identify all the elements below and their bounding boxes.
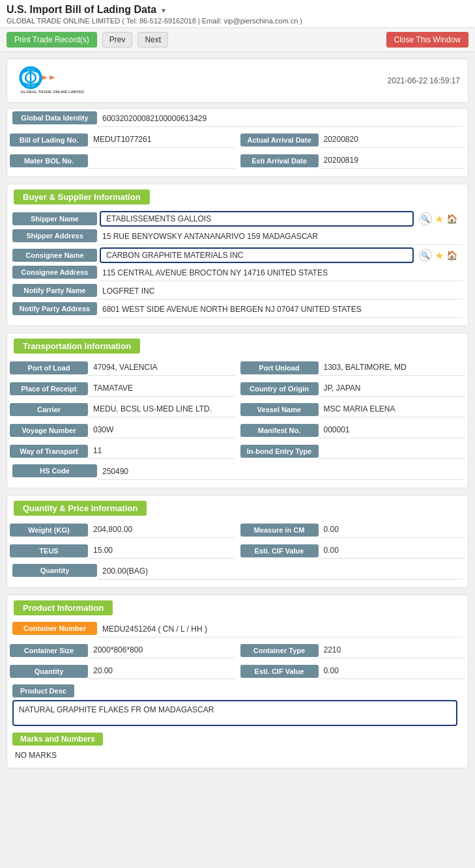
country-of-origin-col: Country of Origin JP, JAPAN: [240, 381, 466, 397]
marks-section: Marks and Numbers NO MARKS: [7, 729, 468, 763]
consignee-name-label: Consignee Name: [12, 249, 97, 262]
place-of-receipt-col: Place of Receipt TAMATAVE: [10, 381, 235, 397]
esti-cif-value: 0.00: [319, 543, 466, 559]
consignee-address-row: Consignee Address 115 CENTRAL AVENUE BRO…: [12, 266, 463, 281]
consignee-address-value: 115 CENTRAL AVENUE BROCTON NY 14716 UNIT…: [97, 266, 463, 281]
buyer-supplier-header: Buyer & Supplier Information: [14, 189, 150, 204]
voyage-number-col: Voyage Number 030W: [10, 423, 235, 438]
place-of-receipt-value: TAMATAVE: [88, 381, 235, 397]
close-button[interactable]: Close This Window: [386, 32, 468, 48]
manifest-no-label: Manifest No.: [240, 424, 319, 437]
quantity-price-card: Quantity & Price Information Weight (KG)…: [7, 495, 468, 588]
product-card: Product Information Container Number MED…: [7, 595, 468, 768]
hs-code-label: HS Code: [12, 464, 97, 477]
identity-card: Global Data Identity 6003202000821000006…: [7, 108, 468, 177]
consignee-action-icons: 🔍 ★ 🏠: [419, 249, 463, 262]
container-size-value: 2000*806*800: [88, 643, 235, 658]
page-title: U.S. Import Bill of Lading Data: [7, 4, 156, 16]
hs-code-value: 250490: [97, 464, 463, 480]
manifest-no-value: 000001: [319, 423, 466, 438]
port-of-load-value: 47094, VALENCIA: [88, 360, 235, 376]
shipper-home-icon[interactable]: 🏠: [446, 214, 457, 224]
mater-bol-value: [88, 153, 235, 169]
actual-arrival-col: Actual Arrival Date 20200820: [240, 132, 466, 148]
notify-party-name-row: Notify Party Name LOGFRET INC: [12, 284, 463, 300]
mater-bol-label: Mater BOL No.: [10, 154, 88, 167]
product-desc-label: Product Desc: [12, 684, 74, 697]
shipper-star-icon[interactable]: ★: [435, 213, 444, 225]
main-content: GLOBAL TRADE ONLINE LIMITED 2021-06-22 1…: [0, 52, 475, 781]
notify-party-name-label: Notify Party Name: [12, 284, 97, 297]
carrier-vessel-row: Carrier MEDU, BCSL US-MED LINE LTD. Vess…: [7, 399, 468, 420]
shipper-address-row: Shipper Address 15 RUE BENYOWSKY ANTANAN…: [12, 229, 463, 245]
product-quantity-value: 20.00: [88, 664, 235, 679]
notify-party-address-row: Notify Party Address 6801 WEST SIDE AVEN…: [12, 302, 463, 318]
product-desc-section: Product Desc NATURAL GRAPHITE FLAKES FR …: [12, 684, 463, 726]
quantity-value: 200.00(BAG): [97, 564, 463, 580]
quantity-label: Quantity: [12, 564, 97, 577]
voyage-manifest-row: Voyage Number 030W Manifest No. 000001: [7, 420, 468, 441]
hs-code-row: HS Code 250490: [12, 464, 463, 480]
prev-button[interactable]: Prev: [102, 32, 133, 48]
next-button[interactable]: Next: [137, 32, 168, 48]
notify-party-address-value: 6801 WEST SIDE AVENUE NORTH BERGEN NJ 07…: [97, 302, 463, 318]
title-dropdown-icon[interactable]: ▾: [162, 6, 166, 15]
container-size-type-row: Container Size 2000*806*800 Container Ty…: [7, 640, 468, 661]
way-of-transport-value: 11: [88, 443, 235, 459]
consignee-home-icon[interactable]: 🏠: [446, 250, 457, 260]
bol-arrival-row: Bill of Lading No. MEDUT1077261 Actual A…: [7, 130, 468, 150]
in-bond-entry-label: In-bond Entry Type: [240, 445, 319, 458]
global-data-identity-value: 600320200082100000613429: [97, 111, 463, 127]
esti-arrival-value: 20200819: [319, 153, 466, 169]
global-data-identity-label: Global Data Identity: [12, 111, 97, 124]
carrier-label: Carrier: [10, 403, 88, 416]
consignee-name-row: Consignee Name CARBON GRAPHITE MATERIALS…: [12, 247, 463, 263]
teus-col: TEUS 15.00: [10, 543, 235, 559]
transport-bond-row: Way of Transport 11 In-bond Entry Type: [7, 441, 468, 462]
transportation-card: Transportation Information Port of Load …: [7, 333, 468, 488]
notify-party-name-value: LOGFRET INC: [97, 284, 463, 300]
way-of-transport-col: Way of Transport 11: [10, 443, 235, 459]
datetime: 2021-06-22 16:59:17: [388, 76, 460, 85]
transportation-header: Transportation Information: [14, 339, 140, 354]
marks-value: NO MARKS: [7, 748, 468, 763]
product-qty-cif-row: Quantity 20.00 Esti. CIF Value 0.00: [7, 661, 468, 682]
notify-party-address-label: Notify Party Address: [12, 302, 97, 315]
container-size-col: Container Size 2000*806*800: [10, 643, 235, 658]
product-quantity-col: Quantity 20.00: [10, 664, 235, 679]
port-row: Port of Load 47094, VALENCIA Port Unload…: [7, 357, 468, 378]
measure-value: 0.00: [319, 522, 466, 538]
logo-date-row: GLOBAL TRADE ONLINE LIMITED 2021-06-22 1…: [7, 59, 468, 103]
carrier-col: Carrier MEDU, BCSL US-MED LINE LTD.: [10, 402, 235, 417]
vessel-name-col: Vessel Name MSC MARIA ELENA: [240, 402, 466, 417]
container-number-value: MEDU2451264 ( CN / L / HH ): [97, 622, 463, 637]
container-type-label: Container Type: [240, 644, 319, 657]
country-of-origin-label: Country of Origin: [240, 382, 319, 395]
shipper-search-icon[interactable]: 🔍: [419, 212, 432, 225]
port-of-load-col: Port of Load 47094, VALENCIA: [10, 360, 235, 376]
shipper-name-label: Shipper Name: [12, 212, 97, 225]
way-of-transport-label: Way of Transport: [10, 445, 88, 458]
buyer-supplier-card: Buyer & Supplier Information Shipper Nam…: [7, 184, 468, 326]
shipper-address-value: 15 RUE BENYOWSKY ANTANANARIVO 159 MADAGA…: [97, 229, 463, 245]
print-button[interactable]: Print Trade Record(s): [7, 32, 97, 48]
weight-col: Weight (KG) 204,800.00: [10, 522, 235, 538]
shipper-name-row: Shipper Name ETABLISSEMENTS GALLOIS 🔍 ★ …: [12, 211, 463, 227]
bill-of-lading-value: MEDUT1077261: [88, 132, 235, 148]
product-esti-cif-col: Esti. CIF Value 0.00: [240, 664, 466, 679]
consignee-star-icon[interactable]: ★: [435, 249, 444, 262]
product-header: Product Information: [14, 600, 113, 615]
teus-value: 15.00: [88, 543, 235, 559]
weight-value: 204,800.00: [88, 522, 235, 538]
actual-arrival-label: Actual Arrival Date: [240, 133, 319, 147]
product-desc-value: NATURAL GRAPHITE FLAKES FR OM MADAGASCAR: [12, 700, 457, 726]
product-esti-cif-value: 0.00: [319, 664, 466, 679]
esti-arrival-col: Esti Arrival Date 20200819: [240, 153, 466, 169]
logo-area: GLOBAL TRADE ONLINE LIMITED: [15, 64, 93, 97]
bill-of-lading-label: Bill of Lading No.: [10, 133, 88, 147]
company-logo: GLOBAL TRADE ONLINE LIMITED: [15, 64, 93, 97]
product-quantity-label: Quantity: [10, 665, 88, 678]
in-bond-entry-value: [319, 443, 466, 459]
global-data-identity-row: Global Data Identity 6003202000821000006…: [12, 111, 463, 127]
consignee-search-icon[interactable]: 🔍: [419, 249, 432, 262]
